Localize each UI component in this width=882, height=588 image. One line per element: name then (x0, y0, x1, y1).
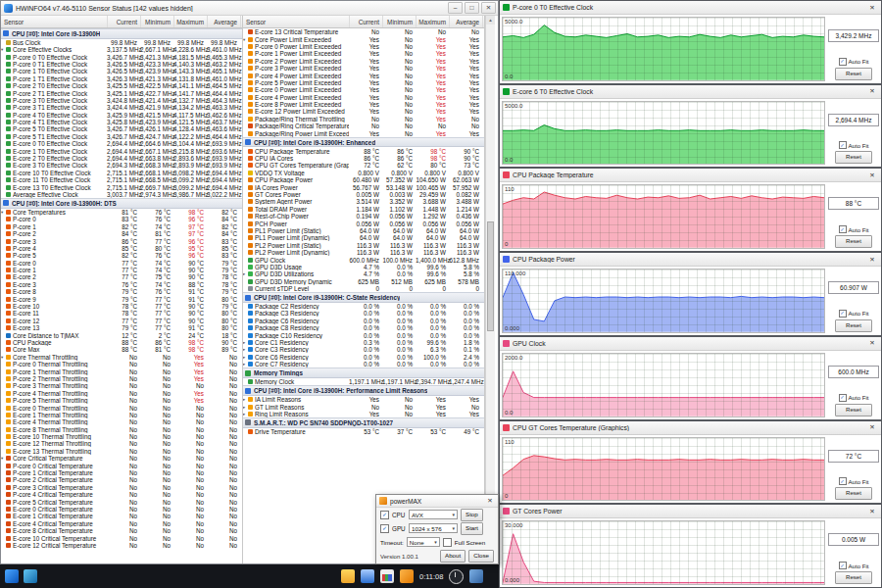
gpu-checkbox[interactable]: ✓ (380, 524, 389, 533)
sensor-row[interactable]: P-core 4 Power Limit ExceededYesNoYesYes (243, 72, 484, 78)
sensor-row[interactable]: P-core 485 °C80 °C95 °C85 °C (1, 245, 242, 252)
sensor-row[interactable]: P-core 3 T1 Effective Clock3,424.4 MHz3,… (1, 104, 242, 111)
sensor-row[interactable]: E-core 879 °C76 °C91 °C79 °C (1, 288, 242, 295)
sensor-row[interactable]: E-core 10 Thermal ThrottlingNoNoNoNo (1, 433, 242, 440)
powermax-titlebar[interactable]: powerMAX ✕ (376, 495, 498, 508)
sensor-row[interactable]: GT Cores Power0.005 W0.003 W29.459 W0.08… (243, 191, 484, 198)
graph-titlebar[interactable]: CPU Package Temperature✕ (500, 169, 881, 182)
sensor-row[interactable]: P-core 2 Power Limit ExceededYesNoYesYes (243, 58, 484, 65)
sensor-row[interactable]: P-core 0 Thermal ThrottlingNoNoYesNo (1, 361, 242, 368)
sensor-row[interactable]: P-core 2 Thermal ThrottlingNoNoYesNo (1, 375, 242, 382)
sensor-row[interactable]: Package C6 Residency0.0 %0.0 %0.0 %0.0 % (243, 318, 484, 324)
sensor-row[interactable]: P-core 2 T1 Effective Clock3,425.1 MHz3,… (1, 89, 242, 96)
sensor-row[interactable]: P-core 0 Power Limit ExceededYesNoYesYes (243, 43, 484, 50)
app-taskbar-icon[interactable] (469, 569, 483, 583)
sensor-window-titlebar[interactable]: HWiNFO64 v7.46-5110 Sensor Status [142 v… (1, 1, 498, 16)
sensor-row[interactable]: Current sTDP Level0000 (243, 285, 484, 292)
sensor-row[interactable]: Package C2 Residency0.0 %0.0 %0.0 %0.0 % (243, 303, 484, 310)
sensor-row[interactable]: Package/Ring Critical TemperatureNoNoNoN… (243, 122, 484, 129)
close-icon[interactable]: ✕ (485, 497, 495, 505)
sensor-row[interactable]: ▸IA Limit ReasonsYesNoYesYes (243, 396, 484, 403)
sensor-row[interactable]: Bus Clock99.8 MHz99.8 MHz99.8 MHz99.8 MH… (1, 39, 242, 46)
sensor-row[interactable]: E-core 1277 °C77 °C90 °C80 °C (1, 318, 242, 324)
sensor-row[interactable]: P-core 4 Thermal ThrottlingNoNoYesNo (1, 390, 242, 397)
fullscreen-checkbox[interactable] (443, 538, 452, 547)
sensor-row[interactable]: P-core 5 Critical TemperatureNoNoNoNo (1, 498, 242, 505)
sensor-row[interactable]: P-core 5 T1 Effective Clock3,426.7 MHz3,… (1, 133, 242, 140)
sensor-row[interactable]: P-core 4 T0 Effective Clock3,425.9 MHz3,… (1, 112, 242, 119)
sensor-row[interactable]: ▸Ring Limit ReasonsYesNoYesYes (243, 411, 484, 417)
sensor-row[interactable]: P-core 386 °C77 °C96 °C83 °C (1, 237, 242, 244)
scrollbar-thumb[interactable] (487, 221, 494, 331)
sensor-row[interactable]: ▸GPU D3D Utilizations4.7 %0.0 %99.6 %5.8… (243, 270, 484, 277)
sensor-row[interactable]: ▾Core Power Limit ExceededYesNoYesYes (243, 35, 484, 42)
autofit-checkbox[interactable]: ✓ (839, 58, 847, 66)
sensor-row[interactable]: ▸Core C3 Residency0.0 %0.0 %6.3 %0.1 % (243, 346, 484, 353)
close-icon[interactable]: ✕ (866, 339, 878, 347)
autofit-checkbox[interactable]: ✓ (839, 477, 847, 485)
hwinfo-sensors-taskbar-icon[interactable] (24, 569, 37, 583)
scroll-up-icon[interactable]: ▲ (486, 16, 495, 24)
sensor-row[interactable]: E-core 1379 °C77 °C91 °C80 °C (1, 324, 242, 331)
sensor-row[interactable]: E-core 13 T0 Effective Clock2,715.1 MHz2… (1, 183, 242, 190)
column-header-average[interactable]: Average (208, 16, 241, 27)
sensor-row[interactable]: E-core 0 Power Limit ExceededYesNoYesYes (243, 86, 484, 93)
sensor-row[interactable]: P-core 2 T0 Effective Clock3,425.5 MHz3,… (1, 82, 242, 89)
sensor-row[interactable]: P-core 1 Power Limit ExceededYesNoYesYes (243, 50, 484, 57)
section-row[interactable]: Memory Timings (243, 368, 484, 378)
sensor-row[interactable]: E-core 13 Critical TemperatureNoNoNoNo (243, 28, 484, 35)
sensor-row[interactable]: E-core 177 °C74 °C90 °C79 °C (1, 267, 242, 273)
sensor-row[interactable]: ▸GT Limit ReasonsNoNoYesNo (243, 403, 484, 410)
timeout-select[interactable]: None ▾ (407, 537, 440, 547)
sensor-row[interactable]: IA Cores Power56.767 W53.148 W100.465 W5… (243, 183, 484, 190)
column-header-current[interactable]: Current (350, 16, 383, 27)
sensor-row[interactable]: E-core 8 Power Limit ExceededYesNoYesYes (243, 101, 484, 108)
section-row[interactable]: CPU [#0]: Intel Core i9-13900H: Enhanced (243, 137, 484, 148)
clock-icon[interactable] (449, 569, 464, 584)
reset-button[interactable]: Reset (835, 571, 872, 584)
sensor-row[interactable]: Core Distance to TjMAX12 °C2 °C24 °C18 °… (1, 331, 242, 338)
sensor-row[interactable]: P-core 0 T0 Effective Clock3,426.7 MHz3,… (1, 53, 242, 60)
sensor-row[interactable]: E-core 12 Critical TemperatureNoNoNoNo (1, 542, 242, 549)
sensor-row[interactable]: E-core 376 °C74 °C88 °C78 °C (1, 281, 242, 288)
column-header-maximum[interactable]: Maximum (174, 16, 208, 27)
column-header-average[interactable]: Average (450, 16, 483, 27)
section-row[interactable]: CPU [#0]: Intel Core i9-13900H: C-State … (243, 292, 484, 303)
sensor-row[interactable]: E-core 8 Critical TemperatureNoNoNoNo (1, 527, 242, 534)
sensor-row[interactable]: E-core 11 T0 Effective Clock2,715.1 MHz2… (1, 176, 242, 183)
sensor-row[interactable]: P-core 0 Critical TemperatureNoNoNoNo (1, 462, 242, 468)
sensor-row[interactable]: Package C8 Residency0.0 %0.0 %0.0 %0.0 % (243, 324, 484, 331)
reset-button[interactable]: Reset (835, 151, 872, 164)
sensor-row[interactable]: E-core 077 °C74 °C90 °C79 °C (1, 260, 242, 267)
gpu-resolution-select[interactable]: 1024 x 576 ▾ (409, 523, 458, 533)
about-button[interactable]: About (440, 550, 466, 563)
column-header-minimum[interactable]: Minimum (141, 16, 174, 27)
sensor-row[interactable]: P-core 4 Critical TemperatureNoNoNoNo (1, 491, 242, 498)
sensor-row[interactable]: P-core 1 T1 Effective Clock3,426.3 MHz3,… (1, 75, 242, 82)
vertical-scrollbar[interactable]: ▲ ▼ (485, 16, 495, 564)
close-icon[interactable]: ✕ (866, 172, 878, 179)
sensor-row[interactable]: P-core 4 T1 Effective Clock3,425.8 MHz3,… (1, 119, 242, 125)
autofit-checkbox[interactable]: ✓ (839, 394, 847, 402)
sensor-row[interactable]: P-core 3 T0 Effective Clock3,424.8 MHz3,… (1, 97, 242, 104)
sensor-row[interactable]: E-core 1178 °C77 °C90 °C80 °C (1, 310, 242, 317)
sensor-row[interactable]: P-core 083 °C76 °C96 °C84 °C (1, 216, 242, 222)
sensor-row[interactable]: E-core 1 Critical TemperatureNoNoNoNo (1, 513, 242, 519)
sensor-row[interactable]: ▸Core C6 Residency0.0 %0.0 %100.0 %2.4 % (243, 354, 484, 361)
sensor-row[interactable]: P-core 1 T0 Effective Clock3,426.5 MHz3,… (1, 68, 242, 74)
sensor-row[interactable]: E-core 1078 °C77 °C90 °C79 °C (1, 303, 242, 310)
cpu-mode-select[interactable]: AVX ▾ (409, 510, 458, 519)
column-header-sensor[interactable]: Sensor (1, 16, 108, 27)
section-row[interactable]: CPU [#0]: Intel Core i9-13900H: Performa… (243, 385, 484, 396)
reset-button[interactable]: Reset (835, 404, 872, 416)
graph-titlebar[interactable]: CPU GT Cores Temperature (Graphics)✕ (500, 421, 881, 435)
sensor-row[interactable]: P-core 3 Thermal ThrottlingNoNoNoNo (1, 382, 242, 389)
column-header-current[interactable]: Current (108, 16, 141, 27)
sensor-row[interactable]: ▸Core C7 Residency0.0 %0.0 %0.0 %0.0 % (243, 361, 484, 368)
sensor-row[interactable]: Package C3 Residency0.0 %0.0 %0.0 %0.0 % (243, 310, 484, 317)
cpu-checkbox[interactable]: ✓ (380, 511, 389, 519)
sensor-row[interactable]: Core Max88 °C81 °C98 °C89 °C (1, 346, 242, 353)
graph-titlebar[interactable]: E-core 6 T0 Effective Clock✕ (500, 85, 881, 99)
sensor-row[interactable]: P-core 3 Critical TemperatureNoNoNoNo (1, 484, 242, 491)
sensor-row[interactable]: ▾Core Critical TemperatureNoNoNoNo (1, 455, 242, 462)
